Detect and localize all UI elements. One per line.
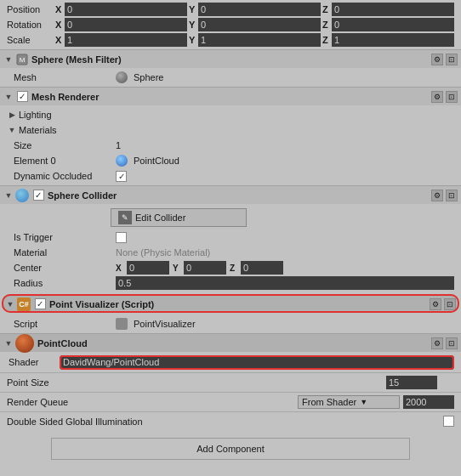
rotation-z-pair: Z <box>322 18 454 31</box>
point-size-value <box>386 376 454 389</box>
rotation-x-input[interactable] <box>65 18 187 31</box>
mesh-renderer-enabled-checkbox[interactable] <box>17 91 28 102</box>
render-queue-label: Render Queue <box>7 397 298 407</box>
double-sided-checkbox[interactable] <box>443 416 454 427</box>
mesh-filter-controls: ⚙ ⊡ <box>431 54 458 65</box>
point-visualizer-header[interactable]: C# Point Visualizer (Script) ⚙ ⊡ <box>2 294 459 313</box>
center-x-input[interactable] <box>127 261 169 275</box>
sphere-collider-menu-icon[interactable]: ⚙ <box>431 190 443 201</box>
shader-value-box[interactable]: DavidWang/PointCloud <box>60 355 454 370</box>
edit-collider-icon: ✎ <box>118 211 132 224</box>
center-z-pair: Z <box>230 261 283 275</box>
sphere-collider-expand-icon[interactable]: ⊡ <box>446 190 458 201</box>
mesh-filter-header[interactable]: M Sphere (Mesh Filter) ⚙ ⊡ <box>0 49 461 68</box>
rotation-row: Rotation X Y Z <box>3 17 458 32</box>
mesh-renderer-header[interactable]: Mesh Renderer ⚙ ⊡ <box>0 87 461 105</box>
dynamic-occluded-checkbox[interactable] <box>116 171 127 182</box>
add-component-button[interactable]: Add Component <box>51 438 410 460</box>
center-y-input[interactable] <box>184 261 226 275</box>
scale-x-input[interactable] <box>65 33 187 47</box>
sphere-collider-foldout-icon[interactable] <box>3 190 14 201</box>
edit-collider-button[interactable]: ✎ Edit Collider <box>111 208 247 227</box>
lighting-foldout-icon[interactable] <box>7 110 17 120</box>
scale-row: Scale X Y Z <box>3 32 458 48</box>
scale-y-label: Y <box>189 35 197 45</box>
rotation-xyz: X Y Z <box>55 18 454 31</box>
mesh-row: Mesh Sphere <box>0 70 461 85</box>
point-size-label: Point Size <box>7 377 386 388</box>
double-sided-row: Double Sided Global Illumination <box>0 414 461 429</box>
script-value: PointVisualizer <box>134 319 196 329</box>
point-cloud-header[interactable]: PointCloud ⚙ ⊡ <box>0 333 461 352</box>
script-value-container: PointVisualizer <box>116 318 454 330</box>
rotation-y-input[interactable] <box>198 18 321 31</box>
mesh-renderer-expand-icon[interactable]: ⊡ <box>446 91 458 103</box>
scale-label: Scale <box>7 35 55 45</box>
material-label: Material <box>14 247 116 258</box>
scale-x-pair: X <box>55 33 187 47</box>
point-cloud-expand-icon[interactable]: ⊡ <box>446 337 458 349</box>
point-cloud-menu-icon[interactable]: ⚙ <box>431 337 443 349</box>
is-trigger-row: Is Trigger <box>0 230 461 245</box>
divider-2 <box>0 392 461 393</box>
mesh-filter-body: Mesh Sphere <box>0 68 461 87</box>
point-visualizer-enabled-checkbox[interactable] <box>35 298 46 309</box>
radius-input[interactable] <box>116 276 454 290</box>
mesh-renderer-checkbox[interactable] <box>15 90 29 104</box>
materials-label: Materials <box>19 125 57 135</box>
element-value: PointCloud <box>134 156 179 166</box>
size-value-container: 1 <box>116 140 454 150</box>
mesh-filter-title: Sphere (Mesh Filter) <box>31 54 431 65</box>
position-y-input[interactable] <box>198 3 321 16</box>
mesh-renderer-menu-icon[interactable]: ⚙ <box>431 91 443 103</box>
center-z-input[interactable] <box>241 261 283 275</box>
mesh-filter-menu-icon[interactable]: ⚙ <box>431 54 443 65</box>
shader-label: Shader <box>9 357 60 367</box>
sphere-collider-header[interactable]: Sphere Collider ⚙ ⊡ <box>0 185 461 204</box>
mesh-renderer-foldout-icon[interactable] <box>3 92 14 102</box>
point-size-row: Point Size <box>0 375 461 390</box>
position-x-input[interactable] <box>65 3 187 16</box>
scale-y-input[interactable] <box>198 33 321 47</box>
render-queue-dropdown[interactable]: From Shader ▼ <box>298 395 400 409</box>
center-x-label: X <box>116 264 126 273</box>
point-size-input[interactable] <box>386 376 437 389</box>
sphere-collider-enabled-checkbox[interactable] <box>33 190 44 201</box>
rotation-z-input[interactable] <box>332 18 454 31</box>
add-component-label: Add Component <box>196 444 265 454</box>
element-value-container: PointCloud <box>116 155 454 167</box>
rotation-x-label: X <box>55 20 64 30</box>
mesh-filter-expand-icon[interactable]: ⊡ <box>446 54 458 65</box>
element-row: Element 0 PointCloud <box>0 153 461 168</box>
is-trigger-checkbox[interactable] <box>116 232 127 243</box>
dynamic-occluded-label: Dynamic Occluded <box>14 171 116 181</box>
position-label: Position <box>7 4 55 14</box>
point-visualizer-body: Script PointVisualizer <box>0 314 461 333</box>
mesh-filter-foldout-icon[interactable] <box>3 54 14 65</box>
scale-z-input[interactable] <box>332 33 454 47</box>
materials-foldout[interactable]: Materials <box>0 122 461 138</box>
position-z-input[interactable] <box>332 3 454 16</box>
double-sided-checkbox-container <box>443 416 454 428</box>
point-visualizer-menu-icon[interactable]: ⚙ <box>430 298 441 310</box>
point-cloud-foldout-icon[interactable] <box>3 338 14 348</box>
point-visualizer-expand-icon[interactable]: ⊡ <box>444 298 456 310</box>
double-sided-label: Double Sided Global Illumination <box>7 416 443 427</box>
center-x-pair: X <box>116 261 169 275</box>
point-cloud-controls: ⚙ ⊡ <box>431 337 458 349</box>
point-visualizer-foldout-icon[interactable] <box>5 299 15 309</box>
position-y-pair: Y <box>189 3 321 16</box>
radius-value <box>116 276 454 290</box>
size-value: 1 <box>116 140 121 150</box>
point-cloud-icon <box>15 334 34 353</box>
point-visualizer-checkbox-wrap[interactable] <box>33 298 47 311</box>
size-label: Size <box>14 140 116 150</box>
position-z-pair: Z <box>322 3 454 16</box>
svg-text:M: M <box>20 56 26 64</box>
scale-y-pair: Y <box>189 33 321 47</box>
render-queue-input[interactable] <box>403 395 454 409</box>
lighting-foldout[interactable]: Lighting <box>0 107 461 122</box>
materials-foldout-icon[interactable] <box>7 125 17 135</box>
mesh-renderer-title: Mesh Renderer <box>31 92 431 102</box>
sphere-collider-checkbox-wrap[interactable] <box>31 189 45 202</box>
